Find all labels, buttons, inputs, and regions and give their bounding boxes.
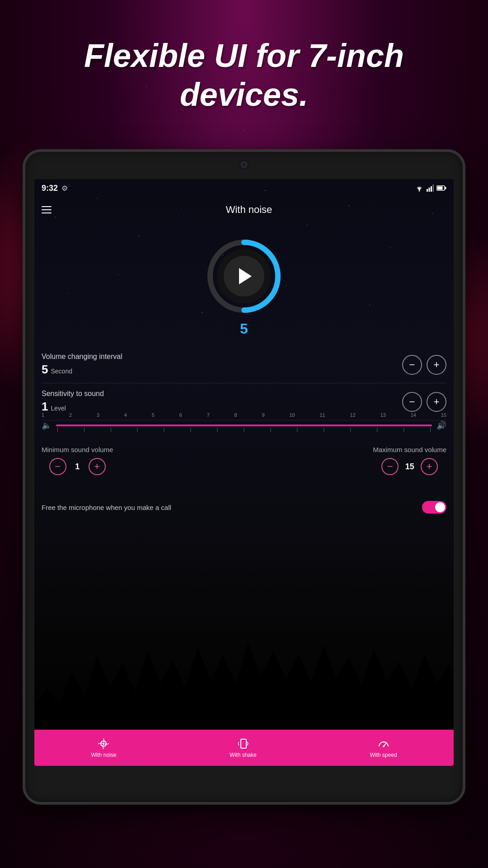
volume-interval-label: Volume changing interval <box>42 353 122 361</box>
slider-fill <box>56 425 432 426</box>
noise-icon <box>97 737 110 750</box>
min-volume-group: Minimum sound volume − 1 + <box>42 446 113 475</box>
nav-shake-label: With shake <box>230 752 256 758</box>
nav-item-with-shake[interactable]: With shake <box>221 734 265 762</box>
speed-icon <box>377 737 390 750</box>
volume-max-icon: 🔊 <box>436 420 446 430</box>
volume-slider-section: 1 2 3 4 5 6 7 8 9 10 11 12 13 14 15 🔈 <box>34 410 454 430</box>
status-time: 9:32 <box>42 184 58 193</box>
nav-noise-label: With noise <box>91 752 116 758</box>
min-volume-minus[interactable]: − <box>49 458 66 475</box>
battery-icon <box>436 185 446 191</box>
sensitivity-controls: − + <box>402 392 446 412</box>
player-value: 5 <box>240 321 248 337</box>
status-bar: 9:32 ⚙ <box>34 179 454 197</box>
max-volume-value: 15 <box>404 462 415 472</box>
play-icon <box>239 268 252 284</box>
max-volume-plus[interactable]: + <box>421 458 438 475</box>
min-volume-plus[interactable]: + <box>89 458 106 475</box>
wifi-icon <box>415 184 424 192</box>
min-volume-label: Minimum sound volume <box>42 446 113 453</box>
svg-rect-11 <box>241 739 246 748</box>
max-volume-minus[interactable]: − <box>381 458 399 475</box>
status-icons <box>415 184 446 192</box>
slider-numbers: 1 2 3 4 5 6 7 8 9 10 11 12 13 14 15 <box>42 410 446 420</box>
max-volume-controls: − 15 + <box>381 458 438 475</box>
player-section: 5 <box>34 222 454 337</box>
svg-point-13 <box>383 745 385 747</box>
svg-rect-3 <box>431 186 432 192</box>
app-title: With noise <box>52 204 446 216</box>
shake-icon <box>237 737 249 750</box>
settings-icon[interactable]: ⚙ <box>61 184 68 193</box>
tablet-screen: 9:32 ⚙ <box>34 179 454 766</box>
svg-rect-7 <box>445 187 446 189</box>
toggle-label: Free the microphone when you make a call <box>42 504 415 511</box>
signal-icon <box>427 184 434 192</box>
max-volume-group: Maximum sound volume − 15 + <box>373 446 446 475</box>
page-title: Flexible UI for 7-inch devices. <box>23 36 465 114</box>
slider-ticks: | | | | | | | | | | | | | | | <box>56 427 432 432</box>
bottom-nav: With noise With shake With speed <box>34 730 454 766</box>
play-button[interactable] <box>224 256 264 297</box>
volume-interval-value: 5 <box>42 363 48 377</box>
nav-item-with-speed[interactable]: With speed <box>361 734 406 762</box>
volume-interval-value-row: 5 Second <box>42 363 122 377</box>
sensitivity-label: Sensitivity to sound <box>42 390 104 398</box>
volume-interval-controls: − + <box>402 355 446 375</box>
app-bar: With noise <box>34 197 454 222</box>
slider-track-row: 🔈 | | | | | | | | | | | <box>42 420 446 430</box>
svg-rect-6 <box>437 187 443 190</box>
player-ring <box>203 236 285 317</box>
volume-min-icon: 🔈 <box>42 420 52 430</box>
min-volume-value: 1 <box>72 462 83 472</box>
toggle-thumb <box>435 502 445 512</box>
svg-rect-4 <box>433 184 434 192</box>
nav-item-with-noise[interactable]: With noise <box>82 734 125 762</box>
menu-button[interactable] <box>42 206 52 213</box>
svg-rect-2 <box>429 188 430 192</box>
max-volume-label: Maximum sound volume <box>373 446 446 453</box>
sensitivity-minus[interactable]: − <box>402 392 422 412</box>
volume-interval-group: Volume changing interval 5 Second <box>42 353 122 377</box>
volume-interval-unit: Second <box>51 368 72 375</box>
min-volume-controls: − 1 + <box>49 458 106 475</box>
microphone-toggle[interactable] <box>422 501 446 514</box>
minmax-section: Minimum sound volume − 1 + Maximum sound… <box>34 446 454 475</box>
volume-slider-track[interactable]: | | | | | | | | | | | | | | | <box>56 425 432 426</box>
nav-speed-label: With speed <box>370 752 397 758</box>
svg-rect-1 <box>427 189 428 192</box>
volume-interval-minus[interactable]: − <box>402 355 422 375</box>
toggle-section: Free the microphone when you make a call <box>34 495 454 519</box>
tablet-frame: 9:32 ⚙ <box>23 149 465 805</box>
sensitivity-plus[interactable]: + <box>427 392 446 412</box>
volume-interval-plus[interactable]: + <box>427 355 446 375</box>
tablet-camera <box>239 160 249 169</box>
volume-interval-row: Volume changing interval 5 Second − + <box>42 346 446 383</box>
svg-point-0 <box>419 190 420 192</box>
